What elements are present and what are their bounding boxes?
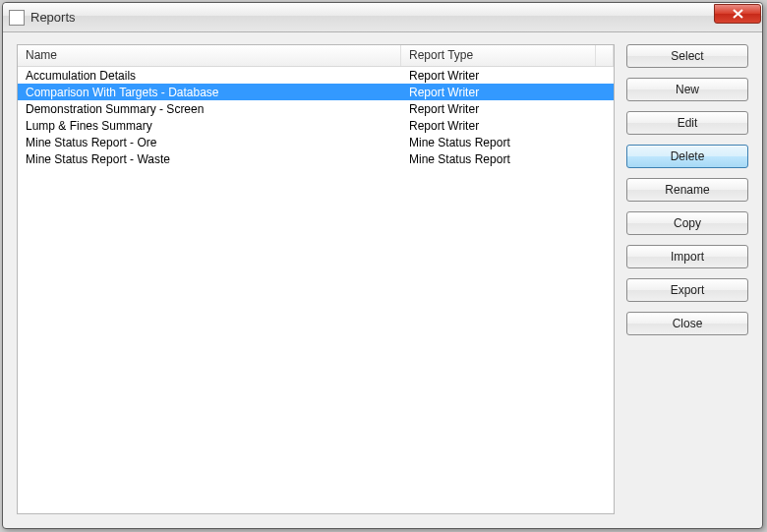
cell-type: Mine Status Report: [401, 136, 614, 149]
column-header-type[interactable]: Report Type: [401, 45, 596, 66]
table-row[interactable]: Mine Status Report - WasteMine Status Re…: [18, 150, 614, 167]
cell-type: Report Writer: [401, 119, 614, 133]
list-body[interactable]: Accumulation DetailsReport WriterCompari…: [18, 67, 614, 513]
table-row[interactable]: Comparison With Targets - DatabaseReport…: [18, 84, 614, 100]
window-close-button[interactable]: [714, 4, 761, 24]
content-area: Name Report Type Accumulation DetailsRep…: [3, 32, 762, 528]
cell-name: Comparison With Targets - Database: [18, 86, 401, 99]
app-icon: [9, 10, 25, 26]
edit-button[interactable]: Edit: [626, 111, 748, 135]
reports-window: Reports Name Report Type Accumulation De…: [2, 2, 763, 529]
cell-name: Demonstration Summary - Screen: [18, 102, 401, 116]
import-button[interactable]: Import: [626, 245, 748, 268]
new-button[interactable]: New: [626, 78, 748, 101]
table-row[interactable]: Mine Status Report - OreMine Status Repo…: [18, 134, 614, 150]
cell-name: Lump & Fines Summary: [18, 119, 401, 133]
rename-button[interactable]: Rename: [626, 178, 748, 202]
cell-type: Report Writer: [401, 102, 614, 116]
column-header-spacer: [596, 45, 614, 66]
button-panel: SelectNewEditDeleteRenameCopyImportExpor…: [626, 44, 748, 514]
window-title: Reports: [30, 10, 76, 25]
close-button[interactable]: Close: [626, 312, 748, 335]
table-row[interactable]: Lump & Fines SummaryReport Writer: [18, 117, 614, 134]
column-header-name[interactable]: Name: [18, 45, 401, 66]
table-row[interactable]: Accumulation DetailsReport Writer: [18, 67, 614, 84]
cell-name: Accumulation Details: [18, 69, 401, 83]
cell-type: Report Writer: [401, 69, 614, 83]
delete-button[interactable]: Delete: [626, 145, 748, 168]
select-button[interactable]: Select: [626, 44, 748, 68]
cell-name: Mine Status Report - Ore: [18, 136, 401, 149]
titlebar[interactable]: Reports: [3, 3, 762, 32]
table-row[interactable]: Demonstration Summary - ScreenReport Wri…: [18, 100, 614, 117]
copy-button[interactable]: Copy: [626, 211, 748, 235]
close-icon: [733, 9, 743, 19]
cell-type: Report Writer: [401, 86, 614, 99]
list-header: Name Report Type: [18, 45, 614, 67]
cell-name: Mine Status Report - Waste: [18, 152, 401, 166]
export-button[interactable]: Export: [626, 278, 748, 302]
reports-list: Name Report Type Accumulation DetailsRep…: [17, 44, 615, 514]
cell-type: Mine Status Report: [401, 152, 614, 166]
